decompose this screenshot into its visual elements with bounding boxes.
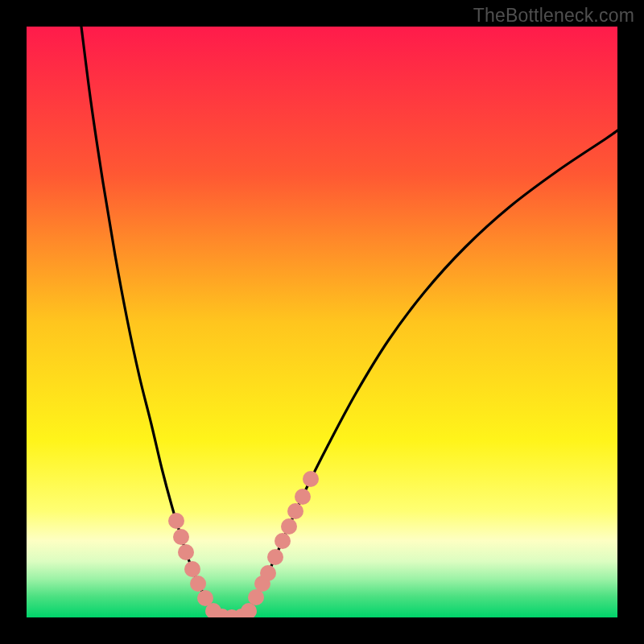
highlight-dot [295, 489, 311, 505]
highlight-dot [267, 549, 283, 565]
highlight-dot [248, 589, 264, 605]
chart-frame: TheBottleneck.com [0, 0, 644, 644]
watermark-text: TheBottleneck.com [473, 5, 634, 27]
highlight-dot [303, 471, 319, 487]
highlight-dot [190, 576, 206, 592]
highlight-dot [184, 561, 200, 577]
bottleneck-chart [27, 27, 617, 617]
gradient-background [27, 27, 617, 617]
highlight-dot [178, 544, 194, 560]
highlight-dot [287, 503, 303, 519]
highlight-dot [275, 533, 291, 549]
highlight-dot [173, 529, 189, 545]
highlight-dot [260, 565, 276, 581]
highlight-dot [168, 513, 184, 529]
highlight-dot [281, 518, 297, 535]
